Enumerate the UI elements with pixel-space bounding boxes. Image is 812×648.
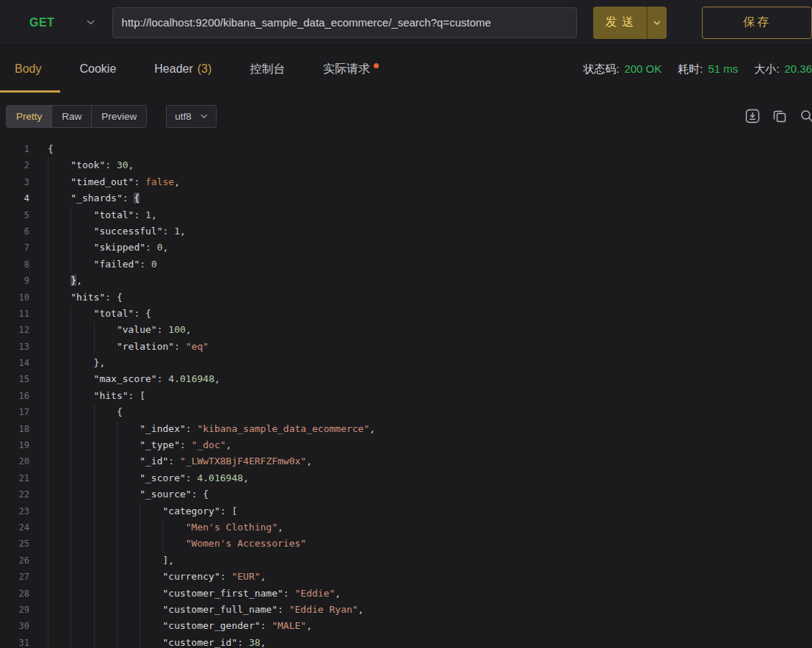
indent-guide <box>117 602 139 618</box>
code-token: ], <box>162 555 174 566</box>
indent-guide <box>94 339 117 355</box>
indent-guide <box>48 536 70 552</box>
indent-guide <box>70 371 93 387</box>
code-token: "Men's Clothing" <box>186 522 278 533</box>
send-button[interactable]: 发 送 <box>593 7 647 39</box>
code-line-content: "_type": "_doc", <box>29 437 231 453</box>
code-line-content: { <box>29 404 123 420</box>
indent-guide <box>48 190 70 206</box>
save-button[interactable]: 保存 <box>702 7 812 39</box>
indent-guide <box>48 421 70 437</box>
code-line-content: { <box>29 141 54 157</box>
code-token: : <box>134 176 145 187</box>
line-number: 24 <box>0 519 29 536</box>
code-line: 10 "hits": { <box>0 289 812 306</box>
send-button-group: 发 送 <box>593 7 667 39</box>
code-token: : <box>128 390 140 401</box>
url-input[interactable] <box>112 7 577 38</box>
view-mode-raw[interactable]: Raw <box>51 106 91 127</box>
code-line: 17 { <box>0 404 812 420</box>
code-line-content: "Men's Clothing", <box>29 519 283 536</box>
response-tabs: BodyCookieHeader(3)控制台实际请求 <box>0 46 398 93</box>
status-value: 51 ms <box>708 62 738 76</box>
view-mode-preview[interactable]: Preview <box>91 106 146 127</box>
line-number: 5 <box>0 207 29 223</box>
view-mode-pretty[interactable]: Pretty <box>7 106 51 127</box>
indent-guide <box>139 552 162 569</box>
code-line-content: "timed_out": false, <box>29 174 180 190</box>
code-line: 28 "customer_first_name": "Eddie", <box>0 586 812 602</box>
code-token: : <box>163 226 175 237</box>
chevron-down-icon <box>653 21 661 25</box>
indent-guide <box>117 519 139 536</box>
status-label: 耗时: <box>678 62 703 76</box>
code-token: } <box>70 275 76 286</box>
indent-guide <box>139 618 162 634</box>
line-number: 28 <box>0 586 29 602</box>
code-line-content: "failed": 0 <box>29 256 157 273</box>
code-token: , <box>226 439 232 450</box>
encoding-select[interactable]: utf8 <box>166 105 217 128</box>
copy-icon[interactable] <box>772 108 788 124</box>
code-line-content: "hits": { <box>29 289 123 306</box>
response-status: 状态码:200 OK耗时:51 ms大小:20.36 <box>583 46 812 93</box>
code-token: { <box>117 406 123 417</box>
download-icon[interactable] <box>744 108 761 124</box>
code-token: , <box>306 620 312 631</box>
view-mode-group: PrettyRawPreview <box>6 105 147 128</box>
code-line: 23 "category": [ <box>0 503 812 519</box>
code-line-content: "customer_gender": "MALE", <box>29 618 312 634</box>
indent-guide <box>70 306 93 322</box>
tab-实际请求[interactable]: 实际请求 <box>304 46 398 93</box>
tab-Body[interactable]: Body <box>0 46 60 93</box>
code-line-content: "took": 30, <box>29 157 134 173</box>
indent-guide <box>48 503 70 519</box>
code-line-content: "_id": "_LWwTX8BjF4ERFZFmw0x", <box>29 453 312 469</box>
line-number: 3 <box>0 174 29 190</box>
response-body[interactable]: 1{2 "took": 30,3 "timed_out": false,4 "_… <box>0 140 812 648</box>
code-token: 1 <box>174 226 180 237</box>
indent-guide <box>94 437 117 453</box>
code-token: : <box>134 308 145 319</box>
line-number: 26 <box>0 552 29 569</box>
indent-guide <box>70 569 93 585</box>
method-select[interactable]: GET <box>29 16 95 29</box>
indent-guide <box>117 453 139 469</box>
tab-控制台[interactable]: 控制台 <box>231 46 304 93</box>
tab-Header[interactable]: Header(3) <box>135 46 231 93</box>
tab-Cookie[interactable]: Cookie <box>60 46 135 93</box>
indent-guide <box>139 635 162 648</box>
code-token: { <box>48 143 54 154</box>
code-token: "Women's Accessories" <box>186 538 306 549</box>
code-token: "_LWwTX8BjF4ERFZFmw0x" <box>180 456 306 467</box>
indent-guide <box>48 388 70 404</box>
indent-guide <box>139 519 162 536</box>
code-token: "took" <box>70 159 105 170</box>
code-token: 1 <box>145 209 151 220</box>
send-dropdown-button[interactable] <box>647 7 667 39</box>
indent-guide <box>70 256 93 273</box>
indent-guide <box>70 503 93 519</box>
code-token: 0 <box>157 242 163 253</box>
code-token: { <box>145 308 151 319</box>
indent-guide <box>117 437 139 453</box>
code-token: 0 <box>151 259 157 270</box>
line-number: 25 <box>0 536 29 552</box>
indent-guide <box>139 503 162 519</box>
indent-guide <box>94 486 117 503</box>
search-icon[interactable] <box>799 108 812 124</box>
code-token: }, <box>94 357 106 368</box>
code-line: 9 }, <box>0 273 812 289</box>
indent-guide <box>48 569 70 585</box>
code-token: , <box>151 209 157 220</box>
indent-guide <box>117 569 139 585</box>
code-token: : <box>123 192 134 204</box>
code-line: 3 "timed_out": false, <box>0 174 812 190</box>
tab-label: Body <box>15 62 41 76</box>
code-token: : <box>220 505 232 516</box>
code-token: "Eddie Ryan" <box>289 604 358 615</box>
indent-guide <box>94 552 117 569</box>
indent-guide <box>162 519 185 536</box>
code-token: : <box>145 242 157 253</box>
encoding-label: utf8 <box>175 111 192 122</box>
